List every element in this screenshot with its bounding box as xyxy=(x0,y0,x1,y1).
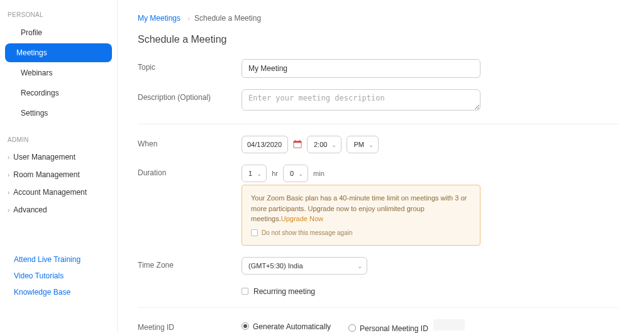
sidebar-section-personal: PERSONAL xyxy=(0,11,117,23)
link-video-tutorials[interactable]: Video Tutorials xyxy=(14,268,103,284)
duration-minutes-select[interactable]: 0 xyxy=(283,165,308,182)
page-title: Schedule a Meeting xyxy=(138,34,619,45)
radio-icon xyxy=(242,322,249,330)
sidebar-item-profile[interactable]: Profile xyxy=(5,23,112,42)
link-knowledge-base[interactable]: Knowledge Base xyxy=(14,284,103,300)
calendar-icon[interactable] xyxy=(293,139,302,150)
sidebar-item-account-management[interactable]: ›Account Management xyxy=(0,183,117,201)
hours-unit: hr xyxy=(272,170,278,177)
sidebar-admin-label: Account Management xyxy=(13,188,87,197)
radio-personal-meeting-id[interactable]: Personal Meeting ID xyxy=(348,319,465,333)
sidebar-admin-label: Advanced xyxy=(13,205,47,214)
recurring-checkbox[interactable] xyxy=(242,288,248,295)
divider xyxy=(138,124,619,124)
sidebar: PERSONAL Profile Meetings Webinars Recor… xyxy=(0,0,118,333)
time-select[interactable]: 2:00 xyxy=(307,136,341,153)
sidebar-item-user-management[interactable]: ›User Management xyxy=(0,148,117,166)
label-timezone: Time Zone xyxy=(138,257,242,270)
svg-rect-1 xyxy=(294,141,301,143)
sidebar-item-settings[interactable]: Settings xyxy=(5,104,112,123)
pmi-value xyxy=(433,319,465,330)
radio-icon xyxy=(348,324,356,332)
radio-generate-automatically[interactable]: Generate Automatically xyxy=(242,321,331,331)
duration-hours-select[interactable]: 1 xyxy=(242,165,267,182)
radio-label: Personal Meeting ID xyxy=(360,324,428,332)
row-when: When 2:00⌄ PM⌄ xyxy=(138,136,619,153)
breadcrumb-parent[interactable]: My Meetings xyxy=(138,14,180,23)
ampm-select[interactable]: PM xyxy=(347,136,379,153)
topic-input[interactable] xyxy=(242,59,480,78)
row-timezone: Time Zone (GMT+5:30) India⌄ Recurring me… xyxy=(138,257,619,296)
sidebar-item-recordings[interactable]: Recordings xyxy=(5,84,112,102)
dismiss-checkbox[interactable] xyxy=(251,229,258,236)
label-meeting-id: Meeting ID xyxy=(138,319,242,332)
date-input[interactable] xyxy=(242,136,288,153)
timezone-select[interactable]: (GMT+5:30) India xyxy=(242,257,367,275)
breadcrumb-current: Schedule a Meeting xyxy=(194,14,261,23)
description-textarea[interactable] xyxy=(242,89,480,111)
sidebar-admin-label: User Management xyxy=(13,153,75,161)
sidebar-item-meetings[interactable]: Meetings xyxy=(5,43,112,62)
link-live-training[interactable]: Attend Live Training xyxy=(14,251,103,268)
label-duration: Duration xyxy=(138,165,242,177)
chevron-right-icon: › xyxy=(8,207,9,214)
sidebar-admin-label: Room Management xyxy=(13,170,79,179)
divider xyxy=(138,307,619,308)
label-description: Description (Optional) xyxy=(138,89,242,102)
dismiss-label: Do not show this message again xyxy=(262,228,353,237)
sidebar-item-advanced[interactable]: ›Advanced xyxy=(0,201,117,219)
minutes-unit: min xyxy=(313,170,325,177)
row-meeting-id: Meeting ID Generate Automatically Person… xyxy=(138,319,619,333)
sidebar-item-room-management[interactable]: ›Room Management xyxy=(0,166,117,183)
upgrade-link[interactable]: Upgrade Now xyxy=(281,215,323,222)
chevron-right-icon: › xyxy=(8,189,9,196)
breadcrumb: My Meetings › Schedule a Meeting xyxy=(138,0,619,34)
row-topic: Topic xyxy=(138,59,619,78)
chevron-right-icon: › xyxy=(8,172,9,178)
sidebar-item-webinars[interactable]: Webinars xyxy=(5,63,112,82)
label-topic: Topic xyxy=(138,59,242,72)
label-when: When xyxy=(138,136,242,148)
resources-box: Attend Live Training Video Tutorials Kno… xyxy=(5,244,112,308)
recurring-label: Recurring meeting xyxy=(253,287,315,296)
chevron-right-icon: › xyxy=(8,154,9,161)
row-duration: Duration 1⌄ hr 0⌄ min Your Zoom Basic pl… xyxy=(138,165,619,246)
radio-label: Generate Automatically xyxy=(253,322,331,330)
main-content: My Meetings › Schedule a Meeting Schedul… xyxy=(118,0,644,333)
upgrade-notice: Your Zoom Basic plan has a 40-minute tim… xyxy=(242,185,480,246)
chevron-right-icon: › xyxy=(187,15,189,22)
sidebar-section-admin: ADMIN xyxy=(0,136,117,148)
row-description: Description (Optional) xyxy=(138,89,619,112)
